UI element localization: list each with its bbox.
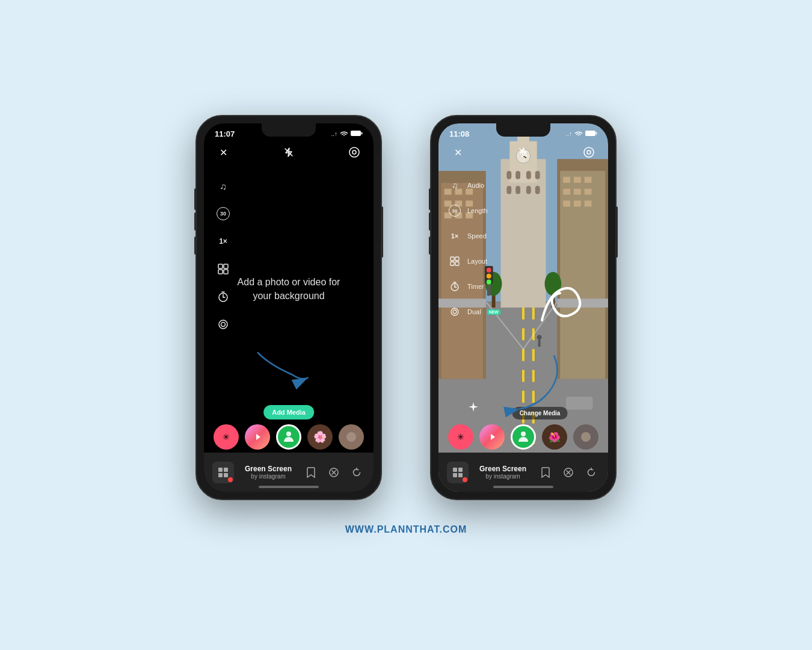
svg-rect-8 [224, 264, 228, 268]
layout-row-right[interactable]: Layout [447, 253, 500, 269]
svg-rect-9 [218, 270, 223, 274]
svg-rect-93 [455, 262, 459, 265]
settings-icon-right[interactable] [580, 144, 597, 161]
grid-icon-right[interactable] [447, 462, 469, 483]
svg-point-101 [521, 432, 526, 436]
grid-icon-left[interactable] [212, 462, 234, 483]
timer-row-right[interactable]: Timer [447, 279, 500, 294]
battery-icon-right [585, 130, 597, 138]
flash-icon-right[interactable] [515, 144, 532, 161]
audio-row-right[interactable]: ♫ Audio [447, 178, 500, 193]
svg-point-98 [451, 308, 458, 315]
sparkle-icon-right[interactable] [467, 401, 479, 415]
filter-reel-left[interactable] [245, 424, 270, 450]
phone-left-screen: 11:07 ..↑ ✕ [204, 123, 374, 492]
bookmark-icon-right[interactable] [537, 464, 554, 481]
phone-right: 11:08 ..↑ ✕ [430, 115, 617, 500]
filter-extra-left[interactable] [339, 424, 364, 450]
svg-marker-100 [491, 434, 495, 440]
filter-reel-right[interactable] [479, 424, 505, 450]
audio-label-right: Audio [467, 182, 484, 189]
svg-point-99 [453, 310, 457, 314]
new-badge-right: NEW [487, 309, 500, 315]
settings-icon-left[interactable] [346, 144, 363, 161]
svg-rect-49 [585, 189, 592, 195]
flash-icon-left[interactable] [280, 144, 297, 161]
svg-rect-59 [526, 171, 531, 179]
svg-rect-47 [563, 189, 570, 195]
add-media-button[interactable]: Add Media [263, 405, 314, 419]
svg-rect-91 [455, 257, 459, 261]
svg-rect-20 [218, 468, 223, 472]
effect-info-left: Green Screen by instagram [245, 465, 292, 480]
speed-icon-left[interactable]: 1× [215, 233, 232, 250]
timer-label-right: Timer [467, 283, 484, 290]
top-controls-left: ✕ [204, 144, 374, 161]
svg-rect-103 [453, 468, 457, 472]
filter-flower-right[interactable]: 🌺 [542, 424, 567, 450]
refresh-icon-right[interactable] [583, 464, 600, 481]
notch-left [262, 123, 316, 137]
filter-extra-right[interactable] [573, 424, 598, 450]
svg-rect-23 [224, 473, 228, 477]
audio-icon-left[interactable]: ♫ [215, 178, 232, 194]
svg-point-102 [581, 432, 591, 442]
audio-icon-right: ♫ [447, 178, 463, 193]
svg-rect-51 [574, 200, 581, 206]
svg-rect-58 [515, 171, 520, 179]
filter-star-right[interactable]: ✳ [448, 424, 473, 450]
layout-label-right: Layout [467, 258, 487, 265]
bookmark-icon-left[interactable] [303, 464, 319, 481]
wifi-icon-right [574, 130, 583, 137]
svg-rect-48 [574, 189, 581, 195]
battery-icon-left [351, 130, 363, 138]
svg-rect-2 [351, 131, 361, 136]
length-icon-left[interactable]: 30 [215, 205, 232, 222]
close-effect-right[interactable] [560, 464, 577, 481]
speed-icon-right: 1× [447, 228, 463, 244]
filter-strip-left: ✳ 🌸 [204, 424, 374, 450]
svg-rect-106 [458, 473, 463, 477]
dual-icon-left[interactable] [215, 316, 232, 333]
filter-person-left[interactable] [276, 424, 301, 450]
phone-left: 11:07 ..↑ ✕ [195, 115, 382, 500]
svg-point-16 [221, 323, 226, 327]
timer-icon-left[interactable] [215, 288, 232, 305]
close-icon-right[interactable]: ✕ [449, 144, 466, 161]
svg-rect-90 [451, 257, 454, 261]
svg-rect-22 [218, 473, 223, 477]
filter-person-right[interactable] [511, 424, 536, 450]
timer-icon-right [447, 279, 463, 294]
length-row-right[interactable]: 30 Length [447, 203, 500, 218]
svg-point-81 [537, 335, 542, 339]
dual-row-right[interactable]: Dual NEW [447, 304, 500, 320]
layout-icon-left[interactable] [215, 261, 232, 277]
svg-point-6 [352, 150, 356, 154]
svg-rect-10 [224, 270, 228, 274]
svg-rect-64 [535, 186, 540, 194]
bottom-actions-right [537, 464, 600, 481]
svg-rect-57 [506, 171, 511, 179]
length-icon-right: 30 [447, 203, 463, 218]
filter-flower-left[interactable]: 🌸 [307, 424, 333, 450]
home-indicator-left [259, 486, 319, 488]
svg-rect-7 [218, 264, 223, 268]
svg-point-89 [587, 150, 591, 154]
refresh-icon-left[interactable] [348, 464, 365, 481]
sidebar-icons-left: ♫ 30 1× [215, 178, 232, 333]
svg-rect-3 [361, 132, 363, 134]
change-media-button[interactable]: Change Media [512, 407, 568, 419]
svg-rect-80 [566, 397, 592, 410]
close-effect-left[interactable] [325, 464, 342, 481]
svg-rect-44 [563, 177, 570, 183]
wifi-icon-left [340, 130, 348, 137]
effect-name-right: Green Screen [479, 465, 526, 473]
scribble-drawing [530, 278, 590, 332]
speed-row-right[interactable]: 1× Speed [447, 228, 500, 244]
svg-point-19 [346, 432, 356, 442]
filter-star-left[interactable]: ✳ [214, 424, 239, 450]
svg-marker-17 [256, 434, 260, 440]
dual-icon-right [447, 304, 463, 320]
close-icon-left[interactable]: ✕ [215, 144, 232, 161]
svg-rect-62 [515, 186, 520, 194]
